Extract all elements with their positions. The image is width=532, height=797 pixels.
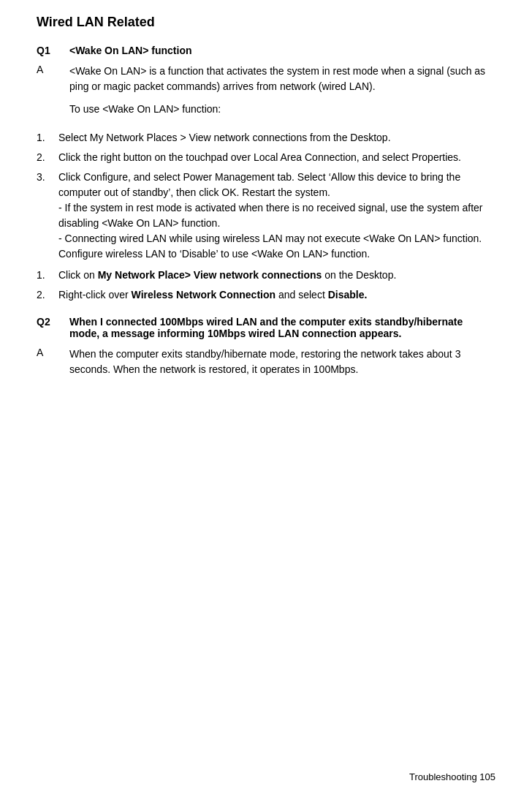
q2-label: Q2 xyxy=(37,316,69,339)
list-num: 2. xyxy=(37,287,58,303)
list-text: Click Configure, and select Power Manage… xyxy=(58,170,495,262)
list-text: Select My Network Places > View network … xyxy=(58,130,495,146)
page-container: Wired LAN Related Q1 <Wake On LAN> funct… xyxy=(0,0,532,420)
q2-question: When I connected 100Mbps wired LAN and t… xyxy=(69,316,495,339)
list-item: 2. Right-click over Wireless Network Con… xyxy=(37,287,495,303)
bold-text: My Network Place> View network connectio… xyxy=(98,269,322,281)
page-footer: Troubleshooting 105 xyxy=(409,771,495,782)
q1-question: <Wake On LAN> function xyxy=(69,45,495,56)
list-item: 1. Click on My Network Place> View netwo… xyxy=(37,268,495,283)
steps-list-1: 1. Select My Network Places > View netwo… xyxy=(37,130,495,262)
q1-row: Q1 <Wake On LAN> function xyxy=(37,45,495,56)
q2-question-bold: When I connected 100Mbps wired LAN and t… xyxy=(69,316,463,339)
list-num: 1. xyxy=(37,130,58,146)
q1-label: Q1 xyxy=(37,45,69,56)
list-num: 2. xyxy=(37,150,58,165)
bold-text: Disable. xyxy=(328,289,368,301)
list-text: Right-click over Wireless Network Connec… xyxy=(58,287,495,303)
list-item: 1. Select My Network Places > View netwo… xyxy=(37,130,495,146)
steps-list-2: 1. Click on My Network Place> View netwo… xyxy=(37,268,495,303)
a2-text: When the computer exits standby/hibernat… xyxy=(69,347,495,377)
a1-to-use: To use <Wake On LAN> function: xyxy=(69,102,495,117)
a2-row: A When the computer exits standby/hibern… xyxy=(37,347,495,385)
a1-content: <Wake On LAN> is a function that activat… xyxy=(69,64,495,124)
q2-row: Q2 When I connected 100Mbps wired LAN an… xyxy=(37,316,495,339)
list-num: 3. xyxy=(37,170,58,262)
list-num: 1. xyxy=(37,268,58,283)
a1-label: A xyxy=(37,64,69,124)
list-text: Click on My Network Place> View network … xyxy=(58,268,495,283)
a2-content: When the computer exits standby/hibernat… xyxy=(69,347,495,385)
bold-text: Wireless Network Connection xyxy=(132,289,276,301)
a2-label: A xyxy=(37,347,69,385)
list-text: Click the right button on the touchpad o… xyxy=(58,150,495,165)
list-item: 3. Click Configure, and select Power Man… xyxy=(37,170,495,262)
list-item: 2. Click the right button on the touchpa… xyxy=(37,150,495,165)
a1-row: A <Wake On LAN> is a function that activ… xyxy=(37,64,495,124)
page-title: Wired LAN Related xyxy=(37,15,495,30)
a1-intro: <Wake On LAN> is a function that activat… xyxy=(69,64,495,94)
